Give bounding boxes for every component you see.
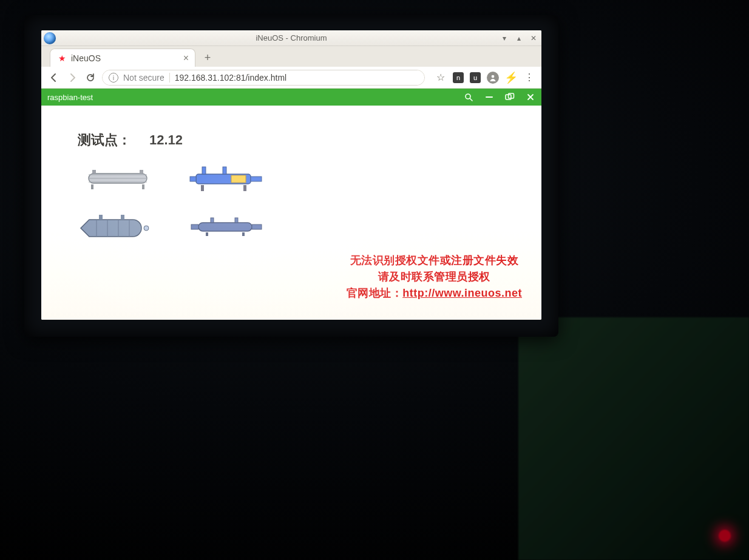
- svg-rect-19: [223, 167, 226, 174]
- svg-rect-27: [99, 215, 103, 220]
- component-heat-exchanger-2[interactable]: [185, 160, 269, 197]
- svg-rect-21: [243, 185, 246, 191]
- tab-strip: ★ iNeuOS × +: [41, 46, 541, 67]
- test-point-row: 测试点： 12.12: [78, 131, 183, 149]
- svg-rect-10: [92, 170, 96, 174]
- tab-favicon-star-icon: ★: [58, 54, 66, 62]
- screen: iNeuOS - Chromium ▾ ▴ ✕ ★ iNeuOS × +: [41, 30, 541, 320]
- svg-rect-12: [91, 184, 93, 189]
- kebab-menu-icon[interactable]: ⋮: [523, 72, 535, 84]
- site-info-icon[interactable]: i: [109, 73, 118, 83]
- svg-rect-34: [206, 232, 208, 236]
- profile-avatar-icon[interactable]: [487, 72, 499, 84]
- svg-rect-13: [142, 184, 144, 189]
- license-site-prefix: 官网地址：: [347, 287, 403, 299]
- svg-rect-32: [211, 218, 214, 223]
- raspberry-pi-board: [518, 317, 749, 560]
- arrow-right-icon: [67, 73, 77, 83]
- app-actions: [464, 92, 535, 102]
- tab-title: iNeuOS: [71, 53, 101, 63]
- component-vessel[interactable]: [75, 209, 160, 245]
- svg-rect-20: [201, 185, 204, 191]
- window-titlebar[interactable]: iNeuOS - Chromium ▾ ▴ ✕: [41, 30, 541, 46]
- license-site-url[interactable]: http://www.ineuos.net: [402, 287, 522, 299]
- chromium-app-icon: [44, 32, 56, 44]
- svg-rect-18: [202, 167, 206, 174]
- reload-icon: [86, 73, 95, 83]
- svg-rect-11: [140, 170, 143, 174]
- app-minimize-icon[interactable]: [484, 92, 494, 102]
- svg-rect-33: [235, 218, 238, 223]
- component-heat-exchanger-3[interactable]: [185, 209, 269, 245]
- reload-button[interactable]: [84, 71, 97, 84]
- test-point-label: 测试点：: [78, 131, 131, 149]
- window-minimize-icon[interactable]: ▾: [500, 34, 509, 42]
- address-bar[interactable]: i Not secure 192.168.31.102:81/index.htm…: [102, 70, 425, 86]
- new-tab-button[interactable]: +: [199, 50, 216, 65]
- svg-point-0: [492, 75, 495, 78]
- svg-rect-16: [190, 177, 196, 181]
- forward-button[interactable]: [66, 71, 79, 84]
- component-heat-exchanger-1[interactable]: [75, 160, 160, 197]
- app-windows-icon[interactable]: [505, 92, 515, 102]
- bookmark-star-icon[interactable]: ☆: [435, 72, 447, 84]
- svg-rect-15: [231, 175, 246, 183]
- svg-point-26: [144, 226, 149, 231]
- svg-rect-31: [252, 224, 262, 229]
- scada-canvas[interactable]: 测试点： 12.12: [41, 106, 541, 320]
- svg-rect-35: [242, 232, 245, 236]
- url-text: 192.168.31.102:81/index.html: [175, 73, 286, 83]
- license-line-1: 无法识别授权文件或注册文件失效: [347, 252, 522, 269]
- omnibox-divider: [169, 73, 170, 83]
- security-label: Not secure: [123, 73, 164, 83]
- browser-toolbar: i Not secure 192.168.31.102:81/index.htm…: [41, 67, 541, 89]
- extension-badge-1[interactable]: n: [453, 72, 464, 83]
- browser-tab[interactable]: ★ iNeuOS ×: [50, 49, 195, 67]
- extension-badge-2[interactable]: u: [470, 72, 481, 83]
- monitor-bezel: iNeuOS - Chromium ▾ ▴ ✕ ★ iNeuOS × +: [24, 15, 558, 337]
- lightning-bolt-icon[interactable]: ⚡: [505, 72, 517, 84]
- app-search-icon[interactable]: [464, 92, 473, 102]
- component-grid: [75, 160, 269, 245]
- svg-line-2: [470, 98, 472, 101]
- license-warning: 无法识别授权文件或注册文件失效 请及时联系管理员授权 官网地址：http://w…: [347, 252, 522, 302]
- person-icon: [489, 74, 497, 81]
- svg-rect-30: [191, 224, 198, 229]
- window-maximize-icon[interactable]: ▴: [515, 34, 523, 42]
- app-close-icon[interactable]: [526, 92, 535, 102]
- license-line-2: 请及时联系管理员授权: [347, 269, 522, 285]
- toolbar-right: ☆ n u ⚡ ⋮: [430, 72, 535, 84]
- window-title: iNeuOS - Chromium: [256, 33, 327, 42]
- arrow-left-icon: [49, 73, 59, 83]
- svg-rect-17: [251, 177, 262, 181]
- window-controls: ▾ ▴ ✕: [500, 30, 538, 46]
- window-close-icon[interactable]: ✕: [529, 34, 538, 42]
- license-line-3: 官网地址：http://www.ineuos.net: [347, 285, 522, 302]
- back-button[interactable]: [47, 71, 61, 84]
- svg-rect-28: [121, 215, 124, 220]
- app-header: raspbian-test: [41, 89, 541, 106]
- test-point-value: 12.12: [149, 132, 183, 148]
- svg-rect-29: [198, 223, 252, 231]
- tab-close-icon[interactable]: ×: [183, 53, 189, 64]
- app-title: raspbian-test: [47, 93, 93, 102]
